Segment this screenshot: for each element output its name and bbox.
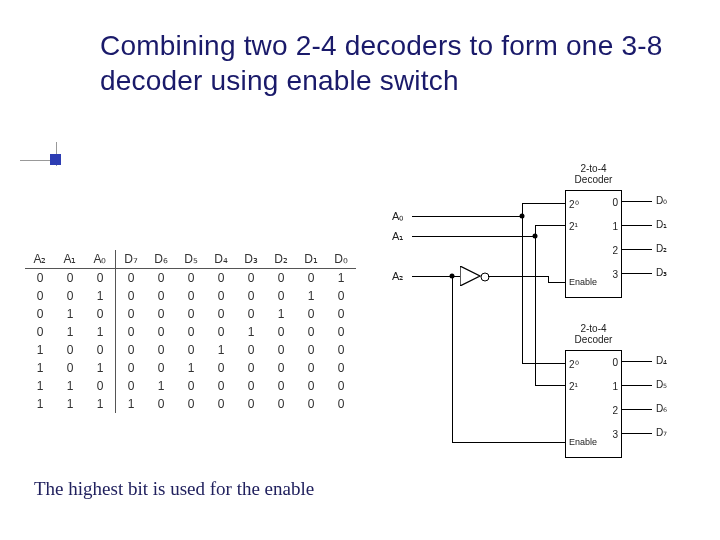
wire [622, 249, 652, 250]
table-cell: 0 [206, 287, 236, 305]
wire [522, 203, 565, 204]
pin-out1: 1 [612, 221, 618, 232]
out-d7: D₇ [656, 427, 667, 438]
table-cell: 0 [296, 395, 326, 413]
out-d5: D₅ [656, 379, 667, 390]
table-cell: 0 [146, 269, 176, 288]
table-cell: 0 [176, 341, 206, 359]
table-header-row: A₂ A₁ A₀ D₇ D₆ D₅ D₄ D₃ D₂ D₁ D₀ [25, 250, 356, 269]
table-cell: 1 [55, 395, 85, 413]
table-cell: 0 [116, 305, 147, 323]
table-cell: 0 [296, 323, 326, 341]
pin-enable-b: Enable [569, 437, 597, 447]
table-cell: 0 [206, 323, 236, 341]
wire [412, 216, 522, 217]
wire [522, 216, 523, 363]
table-cell: 1 [296, 287, 326, 305]
table-cell: 1 [25, 377, 55, 395]
decoder-top: 2-to-4 Decoder 2⁰ 2¹ Enable 0 1 2 3 [565, 190, 622, 298]
wire [535, 385, 565, 386]
table-cell: 0 [326, 323, 356, 341]
decoder-top-title: 2-to-4 Decoder [566, 163, 621, 185]
wire [622, 409, 652, 410]
table-cell: 0 [176, 377, 206, 395]
table-row: 10100100000 [25, 359, 356, 377]
wire [452, 276, 460, 277]
pin-out1b: 1 [612, 381, 618, 392]
col-d2: D₂ [266, 250, 296, 269]
wire [522, 203, 523, 217]
caption: The highest bit is used for the enable [34, 478, 314, 500]
circuit-diagram: A₀ A₁ A₂ 2-to-4 Decoder 2⁰ 2¹ Enable 0 1… [400, 170, 700, 470]
table-cell: 0 [25, 323, 55, 341]
table-cell: 0 [266, 341, 296, 359]
table-cell: 1 [326, 269, 356, 288]
table-cell: 0 [85, 305, 116, 323]
table-cell: 1 [55, 305, 85, 323]
inverter-bubble-icon [481, 273, 490, 282]
slide: Combining two 2-4 decoders to form one 3… [0, 0, 720, 540]
table-cell: 0 [326, 305, 356, 323]
table-cell: 0 [236, 305, 266, 323]
table-row: 00100000010 [25, 287, 356, 305]
table-cell: 0 [326, 359, 356, 377]
table-row: 00000000001 [25, 269, 356, 288]
wire [622, 273, 652, 274]
col-a1: A₁ [55, 250, 85, 269]
table-cell: 0 [296, 341, 326, 359]
pin-out2b: 2 [612, 405, 618, 416]
table-cell: 1 [25, 395, 55, 413]
pin-out3b: 3 [612, 429, 618, 440]
table-cell: 0 [266, 359, 296, 377]
table-cell: 0 [55, 341, 85, 359]
table-cell: 0 [116, 359, 147, 377]
table-cell: 1 [206, 341, 236, 359]
table-cell: 0 [236, 287, 266, 305]
table-cell: 0 [116, 341, 147, 359]
table-cell: 0 [116, 323, 147, 341]
wire [622, 361, 652, 362]
table-cell: 0 [266, 269, 296, 288]
table-cell: 0 [266, 323, 296, 341]
table-cell: 0 [116, 287, 147, 305]
wire [622, 433, 652, 434]
wire [622, 201, 652, 202]
table-cell: 0 [176, 305, 206, 323]
table-cell: 0 [326, 341, 356, 359]
table-cell: 0 [176, 269, 206, 288]
wire [535, 236, 536, 385]
table-cell: 0 [116, 377, 147, 395]
table-cell: 0 [296, 359, 326, 377]
wire [522, 363, 565, 364]
col-d3: D₃ [236, 250, 266, 269]
wire [452, 442, 565, 443]
table-cell: 1 [116, 395, 147, 413]
pin-enable: Enable [569, 277, 597, 287]
col-d6: D₆ [146, 250, 176, 269]
table-cell: 0 [206, 359, 236, 377]
pin-out2: 2 [612, 245, 618, 256]
table-cell: 0 [176, 323, 206, 341]
table-cell: 0 [55, 359, 85, 377]
wire [622, 225, 652, 226]
table-cell: 0 [296, 269, 326, 288]
table-cell: 0 [146, 305, 176, 323]
col-d1: D₁ [296, 250, 326, 269]
truth-table: A₂ A₁ A₀ D₇ D₆ D₅ D₄ D₃ D₂ D₁ D₀ 0000000… [25, 250, 356, 413]
pin-21b: 2¹ [569, 381, 578, 392]
pin-20b: 2⁰ [569, 359, 579, 370]
table-row: 01000000100 [25, 305, 356, 323]
table-cell: 0 [25, 287, 55, 305]
out-d3: D₃ [656, 267, 667, 278]
table-cell: 0 [176, 287, 206, 305]
table-row: 10000010000 [25, 341, 356, 359]
table-cell: 1 [25, 359, 55, 377]
svg-marker-0 [460, 266, 480, 286]
table-cell: 1 [236, 323, 266, 341]
wire [412, 236, 535, 237]
col-d7: D₇ [116, 250, 147, 269]
table-cell: 0 [116, 269, 147, 288]
table-cell: 0 [85, 377, 116, 395]
out-d0: D₀ [656, 195, 667, 206]
table-cell: 0 [326, 395, 356, 413]
